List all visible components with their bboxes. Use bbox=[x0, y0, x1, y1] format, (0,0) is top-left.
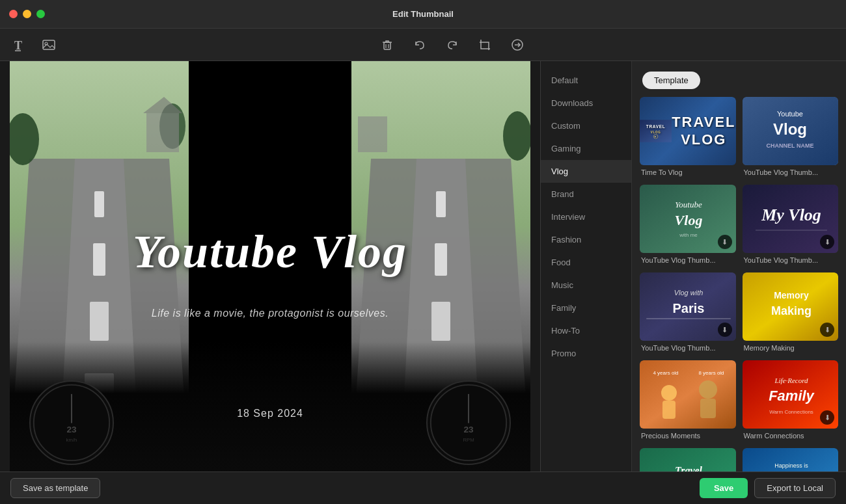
template-tab[interactable]: Template bbox=[642, 72, 700, 89]
sidebar-item-custom[interactable]: Custom bbox=[541, 114, 631, 137]
sidebar-item-food[interactable]: Food bbox=[541, 251, 631, 274]
canvas-title: Youtube Vlog bbox=[10, 225, 530, 279]
replace-icon[interactable] bbox=[508, 35, 527, 55]
sidebar-item-interview[interactable]: Interview bbox=[541, 206, 631, 228]
template-card-vlog-paris[interactable]: Vlog with Paris ⬇ YouTube Vlog Thumb... bbox=[640, 272, 736, 354]
template-thumb-10[interactable]: Happiness is Travel Life is better with … bbox=[743, 448, 839, 471]
template-thumb-5[interactable]: Vlog with Paris ⬇ bbox=[640, 272, 736, 341]
category-sidebar: Default Downloads Custom Gaming Vlog Bra… bbox=[541, 61, 632, 471]
template-thumb-8[interactable]: Life·Record Family Warm Connections ⬇ bbox=[743, 360, 839, 429]
template-thumb-3[interactable]: Youtube Vlog with me ⬇ bbox=[640, 185, 736, 253]
svg-text:TRAVEL: TRAVEL bbox=[646, 124, 666, 129]
save-button[interactable]: Save bbox=[700, 478, 748, 498]
template-card-warm[interactable]: Life·Record Family Warm Connections ⬇ Wa… bbox=[743, 360, 839, 442]
redo-icon[interactable] bbox=[443, 35, 462, 55]
template-thumb-7[interactable]: 4 years old 8 years old bbox=[640, 360, 736, 429]
template-label-4: YouTube Vlog Thumb... bbox=[743, 253, 839, 266]
svg-rect-63 bbox=[700, 399, 716, 418]
template-card-yt-vlog2[interactable]: Youtube Vlog with me ⬇ YouTube Vlog Thum… bbox=[640, 185, 736, 266]
undo-icon[interactable] bbox=[410, 35, 430, 55]
template-thumb-2[interactable]: Youtube Vlog CHANNEL NAME bbox=[743, 97, 839, 165]
sidebar-item-music[interactable]: Music bbox=[541, 274, 631, 297]
maximize-button[interactable] bbox=[36, 10, 45, 18]
sidebar-item-vlog[interactable]: Vlog bbox=[541, 160, 631, 183]
svg-text:Paris: Paris bbox=[673, 301, 705, 315]
sidebar-item-family[interactable]: Family bbox=[541, 297, 631, 319]
template-thumb-9[interactable]: Travel Day ⬇ bbox=[640, 448, 736, 471]
svg-text:8 years old: 8 years old bbox=[698, 370, 724, 376]
svg-text:T: T bbox=[14, 39, 22, 52]
svg-text:Vlog with: Vlog with bbox=[674, 289, 703, 297]
svg-text:CHANNEL NAME: CHANNEL NAME bbox=[767, 142, 814, 149]
main-area: 23 km/h 23 RPM Yo bbox=[0, 61, 846, 471]
svg-text:Life·Record: Life·Record bbox=[774, 377, 808, 384]
template-label-7: Precious Moments bbox=[640, 429, 736, 442]
traffic-lights[interactable] bbox=[9, 10, 45, 18]
svg-text:VLOG: VLOG bbox=[651, 131, 661, 134]
svg-text:Vlog: Vlog bbox=[773, 120, 807, 138]
sidebar-item-brand[interactable]: Brand bbox=[541, 183, 631, 206]
template-label-2: YouTube Vlog Thumb... bbox=[743, 165, 839, 178]
template-grid-container: TRAVEL VLOG ▶ Time To Vlog bbox=[640, 97, 838, 471]
svg-text:4 years old: 4 years old bbox=[653, 370, 678, 376]
bottom-right-buttons: Save Export to Local bbox=[700, 478, 836, 498]
svg-point-60 bbox=[661, 385, 677, 401]
template-card-journey[interactable]: Travel Day ⬇ Journey Journal bbox=[640, 448, 736, 471]
template-thumb-6[interactable]: Memory Making ⬇ bbox=[743, 272, 839, 341]
svg-text:Making: Making bbox=[771, 304, 811, 317]
template-label-3: YouTube Vlog Thumb... bbox=[640, 253, 736, 266]
svg-point-62 bbox=[699, 380, 717, 399]
template-label-6: Memory Making bbox=[743, 341, 839, 354]
canvas-area[interactable]: 23 km/h 23 RPM Yo bbox=[0, 61, 540, 471]
close-button[interactable] bbox=[9, 10, 18, 18]
delete-icon[interactable] bbox=[377, 35, 397, 55]
crop-icon[interactable] bbox=[475, 35, 495, 55]
download-badge-6: ⬇ bbox=[820, 323, 834, 337]
canvas-text-overlay: Youtube Vlog Life is like a movie, the p… bbox=[10, 61, 530, 471]
template-card-memory-making[interactable]: Memory Making ⬇ Memory Making bbox=[743, 272, 839, 354]
template-card-my-vlog[interactable]: My Vlog ⬇ YouTube Vlog Thumb... bbox=[743, 185, 839, 266]
bottom-bar: Save as template Save Export to Local bbox=[0, 471, 846, 504]
svg-rect-2 bbox=[43, 40, 55, 49]
svg-text:Happiness is: Happiness is bbox=[774, 462, 808, 469]
sidebar-item-downloads[interactable]: Downloads bbox=[541, 92, 631, 114]
download-badge-4: ⬇ bbox=[820, 235, 834, 249]
download-badge-5: ⬇ bbox=[718, 323, 732, 337]
sidebar-item-promo[interactable]: Promo bbox=[541, 342, 631, 365]
sidebar-item-how-to[interactable]: How-To bbox=[541, 319, 631, 342]
svg-text:Warm Connections: Warm Connections bbox=[769, 409, 813, 415]
svg-rect-53 bbox=[646, 318, 731, 319]
download-badge-3: ⬇ bbox=[718, 235, 732, 249]
svg-text:Travel: Travel bbox=[675, 465, 703, 471]
template-card-travel-vibes[interactable]: Happiness is Travel Life is better with … bbox=[743, 448, 839, 471]
sidebar-item-fashion[interactable]: Fashion bbox=[541, 228, 631, 251]
canvas-content: 23 km/h 23 RPM Yo bbox=[10, 61, 530, 471]
svg-text:Youtube: Youtube bbox=[675, 200, 702, 209]
template-label-5: YouTube Vlog Thumb... bbox=[640, 341, 736, 354]
image-tool[interactable] bbox=[39, 35, 59, 55]
save-as-template-button[interactable]: Save as template bbox=[10, 478, 100, 498]
minimize-button[interactable] bbox=[23, 10, 31, 18]
svg-text:Youtube: Youtube bbox=[777, 110, 803, 118]
template-card-time-to-vlog[interactable]: TRAVEL VLOG ▶ Time To Vlog bbox=[640, 97, 736, 178]
template-card-precious[interactable]: 4 years old 8 years old Precious Moments bbox=[640, 360, 736, 442]
svg-rect-4 bbox=[384, 42, 390, 49]
template-header: Template bbox=[640, 69, 838, 97]
right-panel: Default Downloads Custom Gaming Vlog Bra… bbox=[540, 61, 846, 471]
template-thumb-1[interactable]: TRAVEL VLOG ▶ bbox=[640, 97, 736, 165]
template-thumb-4[interactable]: My Vlog ⬇ bbox=[743, 185, 839, 253]
toolbar-tools: T bbox=[10, 35, 59, 55]
svg-text:with me: with me bbox=[679, 232, 698, 238]
svg-rect-61 bbox=[662, 401, 675, 419]
template-card-yt-vlog[interactable]: Youtube Vlog CHANNEL NAME YouTube Vlog T… bbox=[743, 97, 839, 178]
canvas-date: 18 Sep 2024 bbox=[10, 408, 530, 419]
sidebar-item-gaming[interactable]: Gaming bbox=[541, 137, 631, 160]
svg-text:Vlog: Vlog bbox=[675, 212, 703, 228]
title-bar: Edit Thumbnail bbox=[0, 0, 846, 29]
text-tool[interactable]: T bbox=[10, 35, 30, 55]
templates-grid: Template TR bbox=[632, 61, 846, 471]
export-button[interactable]: Export to Local bbox=[754, 478, 836, 498]
template-label-1: Time To Vlog bbox=[640, 165, 736, 178]
sidebar-item-default[interactable]: Default bbox=[541, 69, 631, 92]
toolbar-actions bbox=[69, 35, 836, 55]
